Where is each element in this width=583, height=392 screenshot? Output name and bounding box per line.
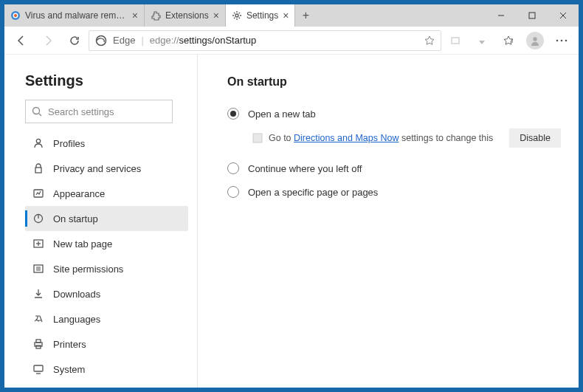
favicon-icon — [10, 10, 21, 21]
more-button[interactable] — [549, 30, 574, 52]
sidebar-label: On startup — [53, 213, 98, 224]
extension-link[interactable]: Directions and Maps Now — [294, 133, 399, 143]
tab-1[interactable]: Extensions × — [145, 4, 226, 27]
svg-point-15 — [33, 108, 40, 114]
svg-point-13 — [561, 39, 563, 41]
svg-point-17 — [36, 139, 40, 142]
forward-button[interactable] — [35, 30, 61, 52]
svg-point-3 — [235, 14, 238, 17]
search-input[interactable]: Search settings — [25, 100, 173, 123]
back-button[interactable] — [9, 30, 34, 52]
tab-title: Extensions — [165, 10, 209, 21]
downloads-icon[interactable] — [469, 30, 494, 52]
refresh-button[interactable] — [62, 30, 87, 52]
close-icon[interactable]: × — [213, 10, 219, 21]
tab-title: Settings — [246, 10, 278, 21]
sidebar-label: Printers — [53, 339, 86, 350]
printer-icon — [32, 338, 44, 350]
sidebar-title: Settings — [25, 72, 188, 89]
sidebar-item-reset[interactable]: Reset settings — [25, 382, 188, 388]
sidebar-item-newtab[interactable]: New tab page — [25, 231, 188, 256]
svg-rect-30 — [36, 340, 41, 343]
option-label: Open a new tab — [248, 109, 316, 120]
titlebar: Virus and malware removal instr × Extens… — [4, 4, 579, 27]
svg-rect-9 — [452, 38, 459, 44]
close-window-button[interactable] — [548, 4, 579, 27]
system-icon — [32, 363, 44, 375]
search-placeholder: Search settings — [48, 106, 114, 117]
sidebar-label: Downloads — [53, 289, 100, 300]
language-icon — [32, 313, 44, 325]
settings-sidebar: Settings Search settings Profiles Privac… — [4, 55, 198, 388]
content-area: Settings Search settings Profiles Privac… — [4, 55, 579, 388]
disable-button[interactable]: Disable — [509, 128, 561, 148]
appearance-icon — [32, 188, 44, 199]
svg-point-12 — [556, 39, 559, 41]
sidebar-label: System — [53, 364, 85, 375]
sidebar-item-profiles[interactable]: Profiles — [25, 131, 188, 156]
svg-rect-5 — [529, 13, 535, 18]
sidebar-item-system[interactable]: System — [25, 357, 188, 382]
readaloud-icon[interactable] — [443, 30, 468, 52]
radio-icon — [227, 162, 239, 174]
sidebar-label: New tab page — [53, 238, 112, 250]
sidebar-item-printers[interactable]: Printers — [25, 331, 188, 357]
page-heading: On startup — [227, 75, 561, 89]
lock-icon — [32, 162, 44, 174]
sidebar-item-languages[interactable]: Languages — [25, 306, 188, 331]
tab-2[interactable]: Settings × — [226, 4, 296, 27]
avatar-icon — [526, 32, 544, 49]
newtab-icon — [32, 238, 44, 250]
sidebar-nav: Profiles Privacy and services Appearance… — [25, 131, 188, 388]
sidebar-label: Languages — [53, 314, 100, 325]
sidebar-item-appearance[interactable]: Appearance — [25, 181, 188, 206]
svg-point-14 — [565, 39, 568, 41]
separator: | — [141, 35, 143, 46]
window-controls — [486, 4, 579, 27]
svg-line-16 — [39, 114, 42, 117]
new-tab-button[interactable]: + — [295, 4, 316, 27]
minimize-button[interactable] — [486, 4, 517, 27]
edge-icon — [95, 35, 107, 47]
option-label: Continue where you left off — [248, 163, 362, 174]
extension-favicon-icon — [252, 133, 263, 143]
sidebar-item-onstartup[interactable]: On startup — [25, 206, 188, 231]
gear-icon — [232, 10, 242, 21]
extension-icon — [151, 10, 161, 21]
power-icon — [32, 213, 44, 224]
sidebar-label: Site permissions — [53, 264, 123, 275]
svg-rect-31 — [36, 345, 41, 348]
radio-icon — [227, 186, 239, 198]
tab-strip: Virus and malware removal instr × Extens… — [4, 4, 486, 27]
tab-0[interactable]: Virus and malware removal instr × — [4, 4, 145, 27]
address-url: edge://settings/onStartup — [150, 35, 418, 46]
extension-override-row: Go to Directions and Maps Now settings t… — [252, 128, 561, 148]
option-continue[interactable]: Continue where you left off — [227, 157, 561, 180]
sidebar-item-sitepermissions[interactable]: Site permissions — [25, 256, 188, 281]
favorite-icon[interactable] — [424, 35, 435, 46]
close-icon[interactable]: × — [132, 10, 138, 21]
radio-icon — [227, 108, 239, 120]
close-icon[interactable]: × — [283, 10, 289, 21]
tab-title: Virus and malware removal instr — [25, 10, 128, 21]
maximize-button[interactable] — [517, 4, 548, 27]
sidebar-item-privacy[interactable]: Privacy and services — [25, 156, 188, 181]
option-label: Open a specific page or pages — [248, 187, 378, 198]
search-icon — [32, 106, 42, 117]
address-bar[interactable]: Edge | edge://settings/onStartup — [89, 30, 441, 51]
svg-rect-32 — [34, 365, 43, 371]
favorites-icon[interactable] — [496, 30, 521, 52]
option-specific-page[interactable]: Open a specific page or pages — [227, 180, 561, 204]
sidebar-item-downloads[interactable]: Downloads — [25, 281, 188, 306]
download-icon — [32, 288, 44, 300]
toolbar: Edge | edge://settings/onStartup — [4, 27, 579, 55]
extension-message: Go to Directions and Maps Now settings t… — [269, 133, 503, 143]
option-open-new-tab[interactable]: Open a new tab — [227, 102, 561, 125]
profile-button[interactable] — [522, 30, 548, 52]
sidebar-label: Privacy and services — [53, 163, 141, 174]
sidebar-label: Appearance — [53, 188, 105, 199]
address-browser-label: Edge — [113, 35, 135, 46]
browser-window: Virus and malware removal instr × Extens… — [4, 4, 579, 388]
permissions-icon — [32, 263, 44, 275]
sidebar-label: Profiles — [53, 138, 85, 149]
